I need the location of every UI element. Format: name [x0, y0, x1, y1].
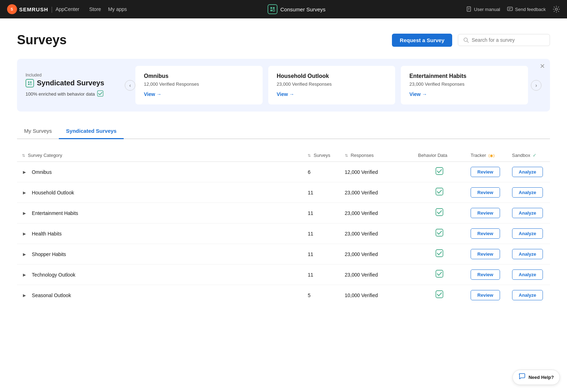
- analyze-button[interactable]: Analyze: [512, 290, 543, 300]
- banner-next-button[interactable]: ›: [531, 80, 541, 91]
- topnav: S SEMRUSH | AppCenter Store My apps Cons…: [0, 0, 567, 18]
- table-row: ► Technology Outlook 11 23,000 Verified: [17, 265, 550, 285]
- expand-row-button[interactable]: ►: [22, 210, 29, 216]
- banner-card-responses-1: 23,000 Verified Responses: [277, 81, 387, 87]
- banner-subtitle-text: 100% enriched with behavior data: [26, 91, 95, 97]
- review-button[interactable]: Review: [471, 187, 500, 198]
- banner-title: Syndicated Surveys: [37, 79, 104, 87]
- row-category-cell: ► Entertainment Habits: [17, 203, 303, 223]
- col-header-responses[interactable]: ⇅ Responses: [340, 149, 413, 162]
- row-tracker: Review: [466, 223, 507, 244]
- analyze-button[interactable]: Analyze: [512, 269, 543, 280]
- svg-rect-10: [507, 7, 512, 11]
- behavior-check-icon: [436, 189, 443, 197]
- banner-prev-button[interactable]: ‹: [125, 80, 135, 91]
- analyze-button[interactable]: Analyze: [512, 249, 543, 259]
- behavior-check-icon: [436, 271, 443, 279]
- col-header-surveys[interactable]: ⇅ Surveys: [303, 149, 339, 162]
- category-name: Household Outlook: [32, 190, 74, 195]
- svg-line-15: [467, 41, 468, 42]
- analyze-button[interactable]: Analyze: [512, 228, 543, 239]
- store-link[interactable]: Store: [89, 6, 101, 12]
- sort-icon-category: ⇅: [22, 153, 25, 158]
- table-row: ► Shopper Habits 11 23,000 Verified R: [17, 244, 550, 265]
- banner-subtitle: 100% enriched with behavior data: [26, 90, 116, 98]
- review-button[interactable]: Review: [471, 249, 500, 259]
- banner-card-view-0[interactable]: View →: [144, 91, 162, 97]
- review-button[interactable]: Review: [471, 290, 500, 300]
- row-responses: 23,000 Verified: [340, 223, 413, 244]
- behavior-check-icon: [436, 292, 443, 300]
- sort-icon-surveys: ⇅: [308, 153, 311, 158]
- expand-row-button[interactable]: ►: [22, 231, 29, 237]
- book-icon: [466, 6, 472, 12]
- banner-title-row: Syndicated Surveys: [26, 79, 116, 87]
- analyze-button[interactable]: Analyze: [512, 208, 543, 218]
- request-survey-button[interactable]: Request a Survey: [392, 34, 452, 47]
- expand-row-button[interactable]: ►: [22, 190, 29, 195]
- expand-row-button[interactable]: ►: [22, 272, 29, 278]
- need-help-label: Need Help?: [528, 375, 554, 380]
- banner-card-view-2[interactable]: View →: [409, 91, 427, 97]
- need-help-widget[interactable]: Need Help?: [512, 370, 560, 385]
- row-sandbox: Analyze: [507, 162, 550, 182]
- myapps-link[interactable]: My apps: [108, 6, 127, 12]
- search-input[interactable]: [472, 37, 545, 43]
- row-responses: 23,000 Verified: [340, 244, 413, 265]
- header-row: Surveys Request a Survey: [17, 33, 550, 47]
- app-icon: [268, 4, 277, 14]
- col-header-category[interactable]: ⇅ Survey Category: [17, 149, 303, 162]
- col-header-behavior: Behavior Data: [413, 149, 466, 162]
- semrush-logo-icon: S: [7, 4, 17, 14]
- category-name: Technology Outlook: [32, 272, 75, 278]
- send-feedback-link[interactable]: Send feedback: [507, 6, 546, 12]
- banner-card-view-1[interactable]: View →: [277, 91, 294, 97]
- analyze-button[interactable]: Analyze: [512, 187, 543, 198]
- banner-card-title-2: Entertainment Habits: [409, 73, 520, 79]
- analyze-button[interactable]: Analyze: [512, 167, 543, 177]
- svg-rect-16: [28, 81, 29, 83]
- topnav-center: Consumer Surveys: [135, 4, 458, 14]
- search-box: [458, 34, 550, 46]
- expand-row-button[interactable]: ►: [22, 251, 29, 257]
- row-category-cell: ► Shopper Habits: [17, 244, 303, 265]
- banner-check-icon: [97, 90, 103, 98]
- survey-table: ⇅ Survey Category ⇅ Surveys ⇅ Responses …: [17, 149, 550, 305]
- row-responses: 12,000 Verified: [340, 162, 413, 182]
- search-icon: [463, 37, 469, 43]
- row-surveys: 11: [303, 203, 339, 223]
- row-category-cell: ► Omnibus: [17, 162, 303, 182]
- review-button[interactable]: Review: [471, 167, 500, 177]
- row-responses: 23,000 Verified: [340, 203, 413, 223]
- row-category-cell: ► Technology Outlook: [17, 265, 303, 285]
- review-button[interactable]: Review: [471, 208, 500, 218]
- sort-icon-responses: ⇅: [345, 153, 348, 158]
- row-surveys: 11: [303, 244, 339, 265]
- tab-my-surveys[interactable]: My Surveys: [17, 124, 59, 139]
- expand-row-button[interactable]: ►: [22, 169, 29, 175]
- tab-syndicated-surveys[interactable]: Syndicated Surveys: [59, 124, 124, 139]
- review-button[interactable]: Review: [471, 228, 500, 239]
- send-feedback-label: Send feedback: [515, 7, 546, 12]
- user-manual-link[interactable]: User manual: [466, 6, 500, 12]
- banner-card-title-0: Omnibus: [144, 73, 254, 79]
- category-name: Entertainment Habits: [32, 210, 78, 216]
- semrush-logo[interactable]: S SEMRUSH | AppCenter: [7, 4, 79, 14]
- table-row: ► Omnibus 6 12,000 Verified Review: [17, 162, 550, 182]
- table-row: ► Entertainment Habits 11 23,000 Verifie…: [17, 203, 550, 223]
- category-name: Shopper Habits: [32, 251, 66, 257]
- app-title: Consumer Surveys: [280, 6, 326, 12]
- col-header-tracker: Tracker (◉): [466, 149, 507, 162]
- expand-row-button[interactable]: ►: [22, 292, 29, 298]
- review-button[interactable]: Review: [471, 269, 500, 280]
- col-header-sandbox: Sandbox ✓: [507, 149, 550, 162]
- row-behavior: [413, 285, 466, 306]
- topnav-nav: Store My apps: [89, 6, 127, 12]
- banner-card-0: Omnibus 12,000 Verified Responses View →: [135, 66, 263, 104]
- topnav-right: User manual Send feedback: [466, 6, 560, 13]
- chat-icon: [518, 373, 526, 382]
- banner-close-button[interactable]: ✕: [540, 63, 545, 69]
- settings-icon[interactable]: [553, 6, 560, 13]
- svg-text:S: S: [11, 7, 13, 11]
- table-body: ► Omnibus 6 12,000 Verified Review: [17, 162, 550, 306]
